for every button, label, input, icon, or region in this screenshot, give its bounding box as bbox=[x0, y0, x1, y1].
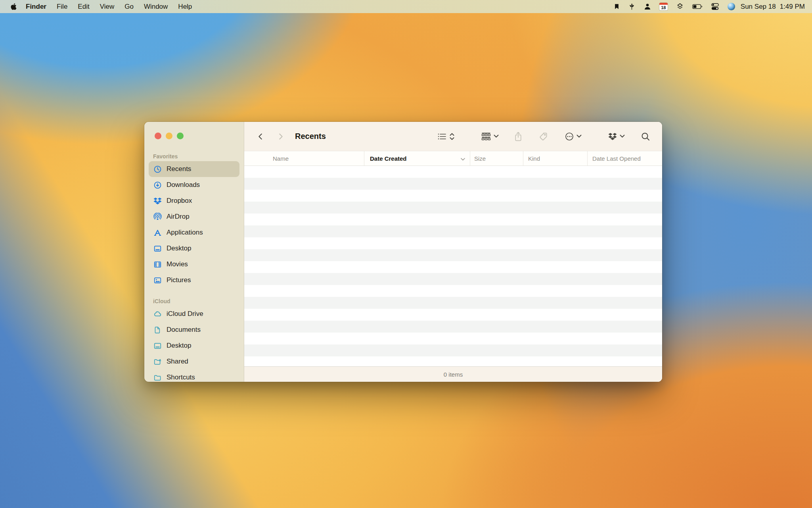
menu-bar: Finder File Edit View Go Window Help 18 bbox=[0, 0, 812, 13]
sidebar-item-desktop[interactable]: Desktop bbox=[149, 241, 239, 256]
column-header-name[interactable]: Name bbox=[244, 151, 364, 165]
column-label: Date Created bbox=[370, 155, 407, 162]
sidebar-item-label: Applications bbox=[167, 229, 203, 237]
leaf-icon[interactable] bbox=[628, 3, 636, 10]
back-button[interactable] bbox=[256, 131, 265, 142]
bookmark-icon[interactable] bbox=[614, 3, 620, 10]
search-icon[interactable] bbox=[641, 132, 650, 141]
desktop-icon bbox=[153, 342, 162, 350]
window-content: Recents bbox=[244, 122, 662, 382]
sidebar-item-icloud-desktop[interactable]: Desktop bbox=[149, 338, 239, 354]
clock-date: Sun Sep 18 bbox=[741, 3, 776, 11]
sidebar-item-airdrop[interactable]: AirDrop bbox=[149, 209, 239, 225]
calendar-icon-day: 18 bbox=[659, 5, 668, 10]
dropbox-icon[interactable] bbox=[608, 132, 617, 141]
download-circle-icon bbox=[153, 181, 162, 189]
view-mode-control[interactable] bbox=[437, 132, 455, 141]
column-header-row: Name Date Created Size Kind Date Last Op… bbox=[244, 151, 662, 166]
apple-menu-icon[interactable] bbox=[10, 3, 21, 10]
airdrop-icon bbox=[153, 213, 162, 221]
column-label: Name bbox=[273, 155, 289, 162]
shared-folder-icon bbox=[153, 358, 162, 366]
document-icon bbox=[153, 326, 162, 334]
desktop-icon bbox=[153, 244, 162, 253]
sidebar-item-applications[interactable]: Applications bbox=[149, 225, 239, 241]
sort-chevron-icon bbox=[461, 155, 465, 162]
film-icon bbox=[153, 260, 162, 269]
menu-help[interactable]: Help bbox=[173, 0, 197, 13]
sidebar-item-pictures[interactable]: Pictures bbox=[149, 272, 239, 288]
sidebar-item-label: Documents bbox=[167, 326, 201, 334]
sidebar-item-label: Movies bbox=[167, 260, 188, 268]
sidebar-item-movies[interactable]: Movies bbox=[149, 256, 239, 272]
column-label: Date Last Opened bbox=[592, 155, 641, 162]
menu-view[interactable]: View bbox=[95, 0, 120, 13]
status-bar: 0 items bbox=[244, 366, 662, 382]
clock-time: 1:49 PM bbox=[780, 3, 805, 11]
sidebar-item-label: Dropbox bbox=[167, 197, 192, 205]
close-button[interactable] bbox=[155, 133, 161, 139]
more-options-control[interactable] bbox=[565, 132, 582, 141]
column-header-date-last-opened[interactable]: Date Last Opened bbox=[588, 151, 662, 165]
menu-edit[interactable]: Edit bbox=[73, 0, 94, 13]
cloud-icon bbox=[153, 310, 162, 318]
sidebar-item-label: Shared bbox=[167, 358, 188, 366]
sidebar-item-label: Pictures bbox=[167, 276, 191, 284]
sidebar-item-shortcuts[interactable]: Shortcuts bbox=[149, 369, 239, 382]
calendar-icon[interactable]: 18 bbox=[659, 3, 668, 10]
sphere-icon[interactable] bbox=[728, 3, 735, 10]
column-label: Kind bbox=[528, 155, 540, 162]
list-view-icon[interactable] bbox=[437, 132, 447, 141]
sidebar-item-documents[interactable]: Documents bbox=[149, 322, 239, 338]
sidebar-item-label: AirDrop bbox=[167, 213, 190, 221]
column-header-size[interactable]: Size bbox=[470, 151, 523, 165]
sidebar-item-label: Recents bbox=[167, 165, 191, 173]
menu-bar-clock[interactable]: Sun Sep 18 1:49 PM bbox=[741, 3, 805, 11]
applications-icon bbox=[153, 229, 162, 237]
battery-icon[interactable] bbox=[692, 4, 703, 9]
clock-icon bbox=[153, 165, 162, 173]
menu-finder[interactable]: Finder bbox=[21, 0, 52, 13]
dropbox-toolbar-control[interactable] bbox=[608, 132, 625, 141]
menu-go[interactable]: Go bbox=[119, 0, 139, 13]
forward-button[interactable] bbox=[276, 131, 285, 142]
sidebar-item-label: Desktop bbox=[167, 342, 191, 350]
finder-window: Favorites Recents Downloads Dropbox AirD… bbox=[144, 122, 662, 382]
minimize-button[interactable] bbox=[166, 133, 172, 139]
sidebar-item-label: Shortcuts bbox=[167, 373, 195, 381]
file-list-empty[interactable] bbox=[244, 166, 662, 366]
chevron-down-icon bbox=[494, 135, 499, 138]
sidebar-item-downloads[interactable]: Downloads bbox=[149, 177, 239, 193]
view-sort-chevrons-icon[interactable] bbox=[449, 132, 455, 141]
sidebar: Favorites Recents Downloads Dropbox AirD… bbox=[144, 122, 244, 382]
sidebar-item-label: Downloads bbox=[167, 181, 200, 189]
column-header-date-created[interactable]: Date Created bbox=[364, 151, 470, 165]
sidebar-item-icloud-drive[interactable]: iCloud Drive bbox=[149, 306, 239, 322]
tag-icon[interactable] bbox=[538, 132, 548, 141]
window-controls bbox=[155, 133, 184, 139]
photo-icon bbox=[153, 276, 162, 285]
chevron-down-icon bbox=[620, 135, 625, 138]
sidebar-section-favorites: Favorites bbox=[144, 153, 244, 160]
column-header-kind[interactable]: Kind bbox=[523, 151, 588, 165]
zoom-button[interactable] bbox=[177, 133, 184, 139]
toggles-icon[interactable] bbox=[711, 3, 719, 10]
sidebar-item-dropbox[interactable]: Dropbox bbox=[149, 193, 239, 209]
sidebar-section-icloud: iCloud bbox=[144, 298, 244, 304]
menu-window[interactable]: Window bbox=[139, 0, 173, 13]
group-by-icon[interactable] bbox=[481, 132, 491, 141]
column-label: Size bbox=[474, 155, 486, 162]
sidebar-item-shared[interactable]: Shared bbox=[149, 354, 239, 369]
user-icon[interactable] bbox=[644, 3, 651, 10]
more-options-icon[interactable] bbox=[565, 132, 574, 141]
group-by-control[interactable] bbox=[481, 132, 499, 141]
share-icon[interactable] bbox=[514, 131, 523, 142]
sidebar-item-label: iCloud Drive bbox=[167, 310, 203, 318]
layers-icon[interactable] bbox=[676, 2, 684, 11]
sidebar-item-recents[interactable]: Recents bbox=[149, 161, 239, 177]
dropbox-icon bbox=[153, 197, 162, 205]
sidebar-item-label: Desktop bbox=[167, 244, 191, 252]
folder-icon bbox=[153, 373, 162, 382]
window-toolbar: Recents bbox=[244, 122, 662, 151]
menu-file[interactable]: File bbox=[52, 0, 73, 13]
